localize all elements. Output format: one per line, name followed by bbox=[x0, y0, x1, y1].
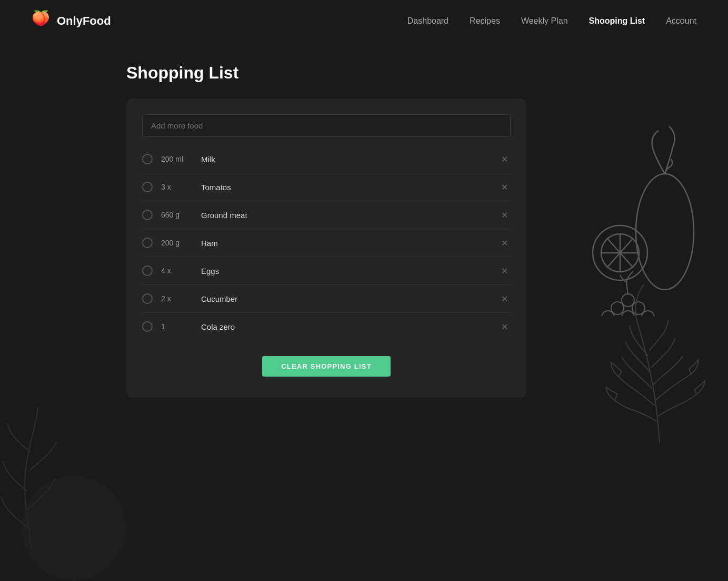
item-checkbox-3[interactable] bbox=[142, 238, 153, 248]
page-content: Shopping List 200 ml Milk ✕ 3 x Tomatos … bbox=[0, 42, 728, 419]
item-remove-button-4[interactable]: ✕ bbox=[498, 264, 511, 277]
item-remove-button-1[interactable]: ✕ bbox=[498, 181, 511, 193]
item-remove-button-5[interactable]: ✕ bbox=[498, 292, 511, 305]
list-item: 2 x Cucumber ✕ bbox=[142, 285, 511, 313]
nav-item-account[interactable]: Account bbox=[666, 16, 696, 26]
shopping-card: 200 ml Milk ✕ 3 x Tomatos ✕ 660 g Ground… bbox=[126, 99, 526, 398]
item-name-5: Cucumber bbox=[201, 294, 490, 303]
list-item: 660 g Ground meat ✕ bbox=[142, 201, 511, 229]
clear-shopping-list-button[interactable]: CLEAR SHOPPING LIST bbox=[262, 356, 391, 377]
page-title: Shopping List bbox=[126, 63, 602, 83]
item-remove-button-2[interactable]: ✕ bbox=[498, 209, 511, 221]
item-checkbox-5[interactable] bbox=[142, 293, 153, 304]
item-remove-button-3[interactable]: ✕ bbox=[498, 237, 511, 249]
item-checkbox-0[interactable] bbox=[142, 154, 153, 164]
item-name-2: Ground meat bbox=[201, 211, 490, 220]
item-checkbox-1[interactable] bbox=[142, 182, 153, 192]
shopping-items-list: 200 ml Milk ✕ 3 x Tomatos ✕ 660 g Ground… bbox=[142, 145, 511, 340]
item-name-6: Cola zero bbox=[201, 322, 490, 331]
list-item: 200 ml Milk ✕ bbox=[142, 145, 511, 173]
nav-item-weekly-plan[interactable]: Weekly Plan bbox=[521, 16, 568, 26]
list-item: 3 x Tomatos ✕ bbox=[142, 173, 511, 201]
navbar: 🍑 OnlyFood Dashboard Recipes Weekly Plan… bbox=[0, 0, 728, 42]
item-qty-6: 1 bbox=[161, 322, 193, 331]
logo[interactable]: 🍑 OnlyFood bbox=[32, 11, 111, 31]
list-item: 1 Cola zero ✕ bbox=[142, 313, 511, 340]
item-qty-3: 200 g bbox=[161, 239, 193, 247]
item-qty-4: 4 x bbox=[161, 267, 193, 275]
nav-item-dashboard[interactable]: Dashboard bbox=[407, 16, 448, 26]
item-name-3: Ham bbox=[201, 239, 490, 248]
logo-text: OnlyFood bbox=[57, 14, 111, 28]
logo-icon: 🍑 bbox=[32, 11, 52, 31]
nav-item-recipes[interactable]: Recipes bbox=[470, 16, 500, 26]
nav-item-shopping-list[interactable]: Shooping List bbox=[589, 16, 645, 26]
item-checkbox-4[interactable] bbox=[142, 265, 153, 276]
item-qty-1: 3 x bbox=[161, 183, 193, 191]
item-qty-0: 200 ml bbox=[161, 155, 193, 163]
item-name-0: Milk bbox=[201, 155, 490, 164]
item-qty-2: 660 g bbox=[161, 211, 193, 219]
list-item: 4 x Eggs ✕ bbox=[142, 257, 511, 285]
item-remove-button-6[interactable]: ✕ bbox=[498, 320, 511, 333]
item-remove-button-0[interactable]: ✕ bbox=[498, 153, 511, 165]
item-checkbox-6[interactable] bbox=[142, 321, 153, 332]
clear-btn-wrapper: CLEAR SHOPPING LIST bbox=[142, 356, 511, 377]
add-food-input[interactable] bbox=[142, 114, 511, 137]
nav-links: Dashboard Recipes Weekly Plan Shooping L… bbox=[407, 16, 696, 26]
item-checkbox-2[interactable] bbox=[142, 210, 153, 220]
item-qty-5: 2 x bbox=[161, 294, 193, 303]
item-name-4: Eggs bbox=[201, 267, 490, 275]
deco-circle-shape bbox=[21, 476, 126, 581]
item-name-1: Tomatos bbox=[201, 183, 490, 192]
list-item: 200 g Ham ✕ bbox=[142, 229, 511, 257]
